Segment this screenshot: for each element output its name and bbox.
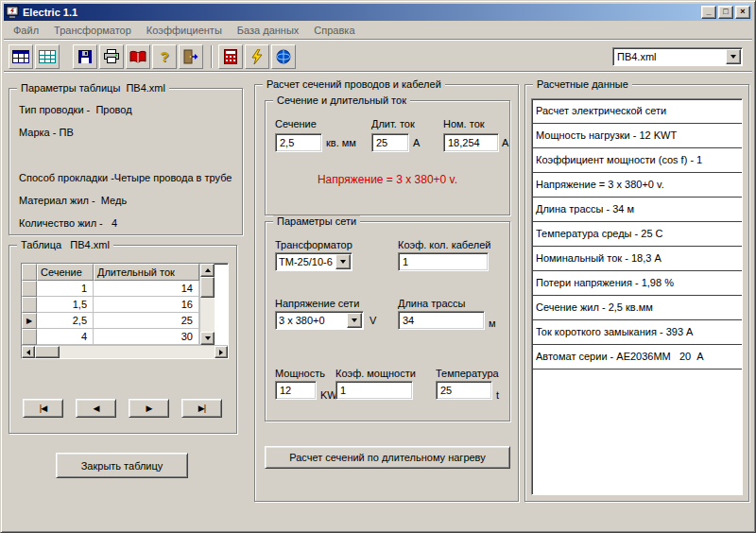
exit-icon — [183, 49, 198, 64]
triangle-left-icon — [26, 350, 30, 355]
menu-database[interactable]: База данных — [230, 23, 307, 38]
close-button[interactable]: × — [735, 6, 750, 19]
report-button[interactable] — [35, 44, 60, 69]
title-bar[interactable]: Electric 1.1 _ □ × — [4, 4, 752, 21]
file-combobox-dropdown-button[interactable] — [726, 49, 741, 64]
route-length-label: Длина трассы — [398, 298, 465, 309]
grid-vertical-scrollbar[interactable] — [199, 264, 215, 345]
cell-current[interactable]: 14 — [94, 281, 199, 297]
cell-section[interactable]: 1,5 — [37, 297, 94, 313]
cross-section-input[interactable]: 2,5 — [275, 133, 322, 152]
connection-button[interactable] — [271, 44, 296, 69]
horizontal-scroll-track[interactable] — [35, 346, 215, 358]
transformer-label: Трансформатор — [275, 239, 352, 250]
scroll-up-button[interactable] — [200, 264, 215, 277]
cell-section[interactable]: 4 — [37, 329, 94, 345]
menu-bar: Файл Трансформатор Коэффициенты База дан… — [4, 21, 752, 40]
cell-section[interactable]: 2,5 — [37, 313, 94, 329]
results-panel-title: Расчетные данные — [533, 78, 632, 90]
nav-prev-button[interactable]: ◀ — [76, 399, 116, 418]
cell-current[interactable]: 25 — [94, 313, 199, 329]
calculate-button[interactable]: Расчет сечений по длительному нагреву — [265, 446, 510, 469]
continuous-current-unit: A — [413, 137, 420, 148]
section-current-title: Сечение и длительный ток — [273, 95, 410, 106]
cell-current[interactable]: 16 — [94, 297, 199, 313]
result-item[interactable]: Коэффициент мощности (cos f) - 1 — [532, 148, 742, 173]
nominal-current-label: Ном. ток — [443, 118, 485, 129]
continuous-current-label: Длит. ток — [371, 118, 415, 129]
scroll-down-button[interactable] — [200, 332, 215, 345]
result-item[interactable]: Потери напряжения - 1,98 % — [532, 271, 742, 296]
param-wiring-type: Тип проводки - Провод — [19, 104, 132, 115]
scroll-right-button[interactable] — [215, 346, 228, 358]
file-combobox[interactable]: ПВ4.xml — [612, 47, 743, 66]
power-input[interactable]: 12 — [275, 381, 317, 400]
nav-next-button[interactable]: ▶ — [129, 399, 169, 418]
transformer-combobox[interactable]: ТМ-25/10-6 — [275, 252, 352, 271]
help-icon: ? — [160, 48, 168, 64]
report-icon — [39, 50, 56, 63]
horizontal-scroll-thumb[interactable] — [35, 346, 60, 358]
minimize-button[interactable]: _ — [701, 6, 716, 19]
table-row[interactable]: 1 14 — [22, 281, 199, 297]
close-table-button[interactable]: Закрыть таблицу — [56, 453, 188, 478]
help-book-button[interactable] — [126, 44, 150, 69]
file-combobox-value: ПВ4.xml — [613, 51, 726, 62]
cross-section-label: Сечение — [275, 118, 317, 129]
vertical-scroll-thumb[interactable] — [200, 277, 215, 298]
power-coef-label: Коэф. мощности — [335, 368, 416, 379]
result-item[interactable]: Длина трассы - 34 м — [532, 198, 742, 222]
row-indicator[interactable] — [22, 297, 37, 313]
menu-help[interactable]: Справка — [306, 23, 362, 38]
calculator-button[interactable] — [218, 44, 243, 69]
nominal-current-input[interactable]: 18,254 — [443, 133, 499, 152]
temperature-input[interactable]: 25 — [436, 381, 492, 400]
result-item[interactable]: Температура среды - 25 C — [532, 222, 742, 247]
menu-file[interactable]: Файл — [6, 23, 46, 38]
network-voltage-unit: V — [369, 315, 376, 326]
menu-coefficients[interactable]: Коэффициенты — [139, 23, 230, 38]
row-indicator[interactable] — [22, 329, 37, 345]
nav-last-button[interactable]: ▶| — [181, 399, 222, 418]
result-item[interactable]: Сечение жил - 2,5 кв.мм — [532, 296, 742, 320]
result-item[interactable]: Номинальный ток - 18,3 А — [532, 247, 742, 271]
cell-section[interactable]: 1 — [37, 281, 94, 297]
scroll-left-button[interactable] — [22, 346, 35, 358]
exit-button[interactable] — [179, 44, 203, 69]
row-indicator[interactable] — [22, 281, 37, 297]
column-header-current: Длительный ток — [94, 264, 199, 281]
continuous-current-input[interactable]: 25 — [371, 133, 409, 152]
nav-first-button[interactable]: |◀ — [23, 399, 63, 418]
app-window: Electric 1.1 _ □ × Файл Трансформатор Ко… — [0, 0, 756, 533]
table-panel-title: Таблица ПВ4.xml — [17, 239, 113, 250]
help-button[interactable]: ? — [152, 44, 177, 69]
save-button[interactable] — [73, 44, 97, 69]
vertical-scroll-track[interactable] — [200, 277, 215, 332]
network-voltage-dropdown-button[interactable] — [347, 313, 362, 328]
transformer-dropdown-button[interactable] — [335, 254, 351, 269]
table-row[interactable]: 1,5 16 — [22, 297, 199, 313]
table-row[interactable]: 4 30 — [22, 329, 199, 345]
table-button[interactable] — [9, 44, 33, 69]
network-voltage-combobox[interactable]: 3 x 380+0 — [275, 311, 364, 330]
data-grid: Сечение Длительный ток 1 14 1,5 16 ▶ — [21, 263, 229, 359]
row-indicator-selected[interactable]: ▶ — [22, 313, 37, 329]
grid-horizontal-scrollbar[interactable] — [22, 345, 228, 358]
cell-current[interactable]: 30 — [94, 329, 199, 345]
lightning-button[interactable] — [245, 44, 269, 69]
result-item[interactable]: Ток короткого замыкания - 393 А — [532, 320, 742, 345]
menu-transformer[interactable]: Трансформатор — [46, 23, 139, 38]
cable-coef-input[interactable]: 1 — [398, 252, 489, 271]
route-length-input[interactable]: 34 — [398, 311, 485, 330]
calc-panel: Расчет сечений проводов и кабелей Сечени… — [254, 84, 519, 502]
window-title: Electric 1.1 — [23, 7, 699, 18]
maximize-button[interactable]: □ — [718, 6, 733, 19]
result-item[interactable]: Напряжение = 3 x 380+0 v. — [532, 173, 742, 198]
result-item[interactable]: Автомат серии - АЕ2036ММ 20 А — [532, 345, 742, 370]
print-button[interactable] — [99, 44, 124, 69]
result-item[interactable]: Расчет электрической сети — [532, 99, 742, 124]
table-row-selected[interactable]: ▶ 2,5 25 — [22, 313, 199, 329]
table-params-title: Параметры таблицы ПВ4.xml — [17, 82, 169, 94]
power-coef-input[interactable]: 1 — [335, 381, 413, 400]
result-item[interactable]: Мощность нагрузки - 12 KWT — [532, 124, 742, 148]
